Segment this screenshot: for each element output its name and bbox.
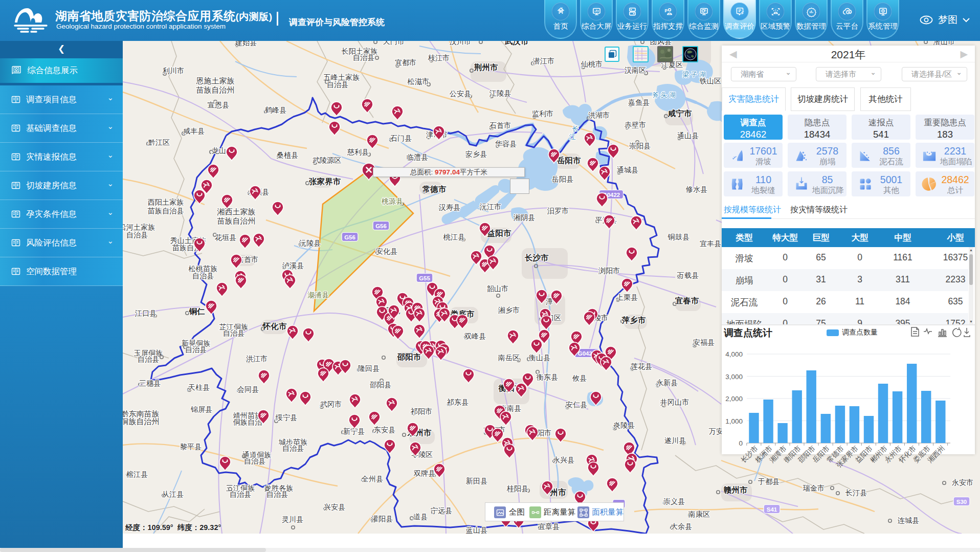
svg-text:桃源县: 桃源县: [381, 197, 403, 205]
svg-text:湘西土家族: 湘西土家族: [217, 207, 256, 216]
svg-text:黔江区: 黔江区: [148, 138, 170, 146]
svg-text:长: 长: [572, 125, 579, 133]
svg-text:萍乡市: 萍乡市: [621, 316, 646, 324]
svg-text:G56: G56: [375, 223, 387, 229]
svg-text:江口县: 江口县: [135, 309, 157, 317]
svg-text:恩施土家族: 恩施土家族: [196, 76, 235, 85]
svg-text:双牌县: 双牌县: [414, 469, 436, 477]
svg-text:沿河土家族: 沿河土家族: [119, 223, 155, 231]
svg-text:S41: S41: [767, 506, 777, 513]
svg-text:洪江市: 洪江市: [246, 355, 268, 363]
svg-text:荆州市: 荆州市: [474, 63, 498, 72]
svg-text:蓝山县: 蓝山县: [466, 526, 488, 534]
svg-text:修水县: 修水县: [685, 185, 708, 193]
svg-text:兴安县: 兴安县: [324, 503, 346, 511]
svg-text:邵阳市: 邵阳市: [397, 352, 421, 361]
svg-text:通城县: 通城县: [617, 166, 639, 174]
svg-text:炎陵县: 炎陵县: [613, 421, 635, 429]
svg-text:监利市: 监利市: [532, 109, 554, 118]
svg-text:安仁县: 安仁县: [566, 401, 588, 409]
svg-text:宜章县: 宜章县: [538, 522, 560, 531]
svg-text:永新县: 永新县: [656, 379, 678, 387]
svg-text:祁东县: 祁东县: [447, 398, 469, 406]
svg-text:苗族自治州: 苗族自治州: [196, 85, 235, 94]
svg-text:公安县: 公安县: [450, 90, 472, 98]
svg-text:安化县: 安化县: [376, 247, 398, 255]
svg-text:湘乡市: 湘乡市: [498, 306, 520, 314]
svg-text:衡东县: 衡东县: [537, 373, 559, 381]
svg-text:赣州市: 赣州市: [723, 485, 748, 494]
svg-text:自治县: 自治县: [244, 457, 266, 465]
svg-text:衡山县: 衡山县: [529, 354, 551, 362]
svg-text:P: P: [664, 8, 667, 13]
svg-text:铜仁: 铜仁: [189, 307, 206, 316]
svg-text:遂川县: 遂川县: [664, 436, 686, 445]
svg-text:铜鼓县: 铜鼓县: [667, 233, 690, 241]
svg-text:西阳土家族: 西阳土家族: [148, 198, 184, 206]
svg-text:G56: G56: [344, 234, 355, 240]
svg-text:侗族自治: 侗族自治: [233, 418, 263, 426]
svg-text:攸县: 攸县: [572, 374, 587, 382]
svg-text:会同县: 会同县: [237, 385, 259, 393]
svg-text:宜春市: 宜春市: [675, 296, 699, 305]
svg-text:石首市: 石首市: [489, 121, 511, 129]
svg-text:怀化市: 怀化市: [262, 322, 287, 330]
svg-text:桑植县: 桑植县: [277, 151, 299, 159]
svg-text:道县: 道县: [413, 513, 428, 521]
svg-text:岳阳县: 岳阳县: [552, 175, 574, 183]
svg-text:东安县: 东安县: [374, 426, 396, 434]
svg-text:祁阳市: 祁阳市: [410, 407, 433, 415]
svg-text:汨罗市: 汨罗市: [547, 207, 569, 215]
svg-text:邵阳县: 邵阳县: [370, 381, 392, 389]
svg-text:石门县: 石门县: [390, 134, 412, 142]
svg-text:万载县: 万载县: [677, 271, 699, 279]
svg-text:通山县: 通山县: [677, 131, 699, 140]
svg-text:桂阳县: 桂阳县: [507, 484, 529, 493]
svg-text:枝江市: 枝江市: [428, 54, 450, 62]
svg-text:沅陵县: 沅陵县: [299, 239, 321, 247]
svg-text:岳阳市: 岳阳市: [557, 156, 581, 165]
svg-text:自治县: 自治县: [266, 490, 288, 498]
svg-text:江陵县: 江陵县: [489, 89, 511, 97]
svg-text:大余县: 大余县: [671, 522, 693, 531]
svg-text:溆浦县: 溆浦县: [307, 291, 329, 299]
svg-text:全州县: 全州县: [362, 475, 384, 483]
svg-text:自治县: 自治县: [282, 444, 304, 452]
svg-text:永兴县: 永兴县: [553, 456, 575, 464]
svg-text:从江县: 从江县: [162, 490, 184, 498]
svg-text:自治县: 自治县: [230, 490, 252, 498]
svg-text:常德市: 常德市: [422, 185, 447, 193]
svg-text:铁山区: 铁山区: [700, 77, 722, 85]
svg-text:华容县: 华容县: [495, 140, 517, 148]
svg-text:苗族自治县: 苗族自治县: [148, 207, 184, 215]
svg-text:莲花县: 莲花县: [631, 362, 653, 370]
svg-text:泸溪县: 泸溪县: [282, 261, 304, 270]
svg-text:浏阳市: 浏阳市: [598, 267, 620, 275]
svg-text:苗族自治州: 苗族自治州: [217, 216, 256, 225]
svg-text:慈利县: 慈利县: [347, 148, 369, 156]
svg-text:自治县: 自治县: [327, 80, 349, 89]
svg-text:自治县: 自治县: [185, 345, 207, 354]
svg-text:灌阳县: 灌阳县: [371, 515, 393, 523]
svg-text:汉寿县: 汉寿县: [439, 203, 461, 211]
svg-text:天柱县: 天柱县: [188, 383, 210, 391]
svg-text:赤壁市: 赤壁市: [625, 121, 647, 129]
svg-text:松滋市: 松滋市: [407, 77, 430, 85]
svg-text:自治县: 自治县: [126, 231, 148, 239]
svg-text:嘉鱼县: 嘉鱼县: [628, 98, 650, 106]
svg-text:榕江县: 榕江县: [126, 470, 148, 478]
svg-text:自治县: 自治县: [223, 329, 245, 337]
svg-text:G55: G55: [419, 275, 430, 281]
svg-text:自治县: 自治县: [353, 53, 375, 61]
svg-text:锦屏县: 锦屏县: [191, 405, 213, 413]
svg-text:咸丰县: 咸丰县: [183, 127, 205, 135]
svg-text:利川市: 利川市: [163, 67, 185, 75]
svg-text:双峰县: 双峰县: [464, 332, 486, 340]
svg-text:长沙市: 长沙市: [525, 253, 549, 262]
svg-text:灵川县: 灵川县: [282, 515, 304, 523]
svg-text:于都县: 于都县: [758, 477, 780, 485]
svg-text:宣恩县: 宣恩县: [208, 101, 230, 109]
svg-text:自治县: 自治县: [138, 355, 160, 363]
svg-text:三穗县: 三穗县: [139, 379, 161, 387]
svg-text:宜丰县: 宜丰县: [700, 239, 722, 248]
